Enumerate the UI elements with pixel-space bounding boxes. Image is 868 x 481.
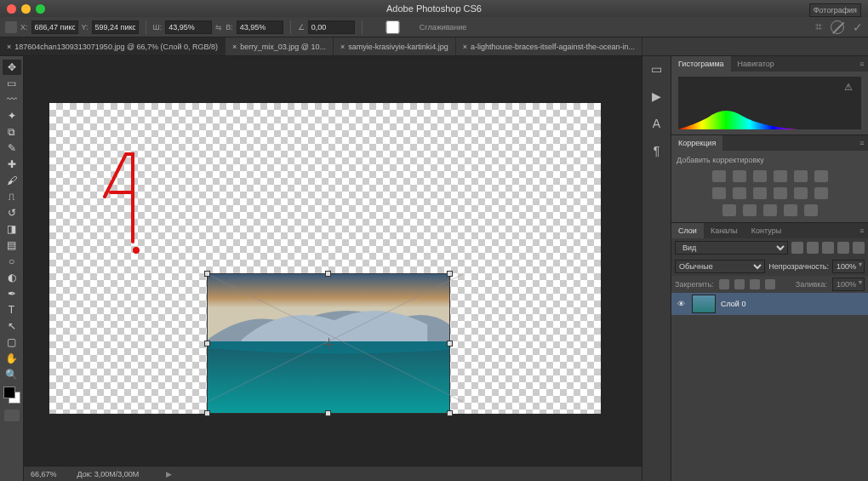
tab-layers[interactable]: Слои [671,223,704,238]
workspace-switcher[interactable]: Фотография [809,3,861,17]
layer-name[interactable]: Слой 0 [721,300,745,308]
tab-paths[interactable]: Контуры [745,223,788,238]
lock-position-icon[interactable] [750,279,760,289]
quick-mask-icon[interactable] [4,409,20,421]
w-input[interactable] [165,20,212,34]
adj-icon[interactable] [804,204,818,216]
transform-handle[interactable] [325,410,331,416]
crop-tool[interactable]: ⧉ [3,124,21,140]
heal-tool[interactable]: ✚ [3,157,21,172]
posterize-icon[interactable] [814,187,828,199]
angle-input[interactable] [308,20,355,34]
character-panel-icon[interactable]: A [648,116,665,131]
history-brush-tool[interactable]: ↺ [3,205,21,220]
transform-handle[interactable] [447,410,453,416]
gradient-map-icon[interactable] [743,204,757,216]
hue-icon[interactable] [814,170,828,182]
close-icon[interactable]: × [232,43,237,51]
status-popup-icon[interactable]: ▶ [166,470,172,478]
fill-input[interactable]: 100% [832,278,865,291]
link-icon[interactable]: ⇋ [215,23,222,31]
canvas-area[interactable]: 66,67% Док: 3,00M/3,00M ▶ [24,56,642,481]
filter-image-icon[interactable] [791,242,803,254]
commit-transform-icon[interactable]: ✓ [853,20,863,34]
y-input[interactable] [92,20,139,34]
zoom-level[interactable]: 66,67% [31,470,57,478]
doc-tab-2[interactable]: ×samyie-krasivyie-kartinki4.jpg [334,37,456,55]
channel-mixer-icon[interactable] [753,187,767,199]
reference-point-icon[interactable] [5,21,17,33]
type-tool[interactable]: T [3,302,21,318]
panel-menu-icon[interactable]: ≡ [856,223,868,238]
photo-filter-icon[interactable] [733,187,746,199]
exposure-icon[interactable] [774,170,787,182]
hand-tool[interactable]: ✋ [3,351,21,366]
transform-handle[interactable] [325,271,331,277]
doc-tab-1[interactable]: ×berry_mix_03.jpg @ 10... [226,37,334,55]
x-input[interactable] [31,20,78,34]
transform-handle[interactable] [204,410,210,416]
free-transform-box[interactable] [207,273,450,414]
color-swatches[interactable] [3,387,20,404]
transform-handle[interactable] [204,271,210,277]
transform-handle[interactable] [447,341,453,346]
h-input[interactable] [237,20,283,34]
lock-all-icon[interactable] [765,279,775,289]
dodge-tool[interactable]: ◐ [3,270,21,285]
vibrance-icon[interactable] [794,170,808,182]
selective-color-icon[interactable] [763,204,777,216]
filter-adjust-icon[interactable] [807,242,819,254]
cancel-transform-icon[interactable] [831,20,844,34]
lock-pixels-icon[interactable] [734,279,745,289]
zoom-tool[interactable]: 🔍 [3,367,21,382]
eraser-tool[interactable]: ◨ [3,221,21,237]
smooth-checkbox[interactable] [369,20,416,34]
pen-tool[interactable]: ✒ [3,286,21,301]
panel-menu-icon[interactable]: ≡ [856,56,868,72]
lock-transparency-icon[interactable] [719,279,729,289]
doc-tab-3[interactable]: ×a-lighthouse-braces-itself-against-the-… [456,37,642,55]
adj-icon[interactable] [784,204,797,216]
tab-channels[interactable]: Каналы [704,223,745,238]
transform-handle[interactable] [447,271,453,277]
tab-navigator[interactable]: Навигатор [731,56,781,72]
transform-center-icon[interactable] [323,338,334,350]
document-canvas[interactable] [49,103,601,414]
blend-mode-select[interactable]: Обычные [675,260,765,273]
gradient-tool[interactable]: ▤ [3,238,21,253]
close-icon[interactable]: × [7,43,11,51]
lookup-icon[interactable] [774,187,787,199]
close-icon[interactable]: × [463,43,467,51]
paragraph-panel-icon[interactable]: ¶ [648,143,665,158]
marquee-tool[interactable]: ▭ [3,76,21,91]
visibility-icon[interactable]: 👁 [675,300,687,308]
tab-histogram[interactable]: Гистограмма [671,56,731,72]
transform-handle[interactable] [204,341,210,346]
stamp-tool[interactable]: ⎍ [3,189,21,204]
wand-tool[interactable]: ✦ [3,108,21,123]
close-icon[interactable]: × [340,43,345,51]
opacity-input[interactable]: 100% [832,260,865,273]
threshold-icon[interactable] [722,204,736,216]
doc-size[interactable]: Док: 3,00M/3,00M [77,470,140,478]
move-tool[interactable]: ✥ [3,60,21,75]
filter-type-icon[interactable] [822,242,834,254]
filter-smart-icon[interactable] [853,242,865,254]
filter-shape-icon[interactable] [837,242,849,254]
blur-tool[interactable]: ○ [3,254,21,269]
panel-menu-icon[interactable]: ≡ [856,135,868,151]
actions-panel-icon[interactable]: ▶ [648,89,665,104]
curves-icon[interactable] [753,170,767,182]
tab-adjustments[interactable]: Коррекция [671,135,722,151]
lasso-tool[interactable]: 〰 [3,92,21,107]
brush-tool[interactable]: 🖌 [3,173,21,188]
eyedropper-tool[interactable]: ✎ [3,140,21,156]
path-select-tool[interactable]: ↖ [3,318,21,334]
layer-filter-select[interactable]: Вид [675,241,788,255]
warning-icon[interactable]: ⚠ [844,82,853,93]
invert-icon[interactable] [794,187,808,199]
brightness-icon[interactable] [712,170,726,182]
history-panel-icon[interactable]: ▭ [648,61,665,77]
warp-icon[interactable]: ⌗ [815,20,822,34]
layer-thumbnail[interactable] [692,295,716,313]
